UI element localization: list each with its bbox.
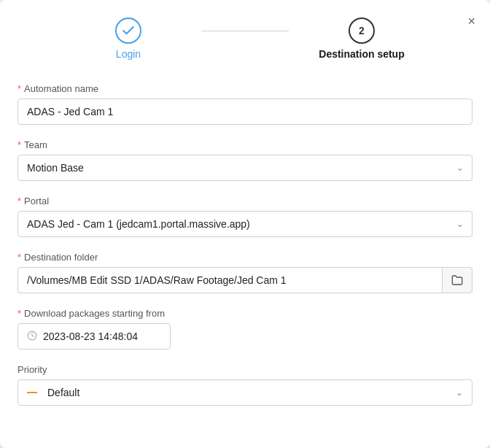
automation-name-label: * Automation name [18, 83, 472, 94]
team-select[interactable]: Motion Base [18, 155, 472, 181]
priority-display[interactable]: Default ⌄ [18, 379, 472, 406]
step-1-label: Login [116, 48, 141, 60]
close-button[interactable]: × [464, 12, 478, 31]
destination-folder-section: * Destination folder [18, 252, 472, 293]
step-2-circle: 2 [349, 18, 375, 44]
step-connector [201, 31, 289, 31]
required-star-folder: * [18, 252, 21, 263]
datetime-value: 2023-08-23 14:48:04 [43, 324, 138, 349]
folder-browse-button[interactable] [442, 267, 472, 293]
step-2-destination: 2 Destination setup [289, 18, 435, 60]
team-label: * Team [18, 139, 472, 150]
team-select-wrapper: Motion Base ⌄ [18, 155, 472, 181]
priority-label: Priority [18, 364, 472, 375]
required-star-team: * [18, 139, 21, 150]
team-section: * Team Motion Base ⌄ [18, 139, 472, 181]
step-1-circle [115, 18, 141, 44]
portal-section: * Portal ADAS Jed - Cam 1 (jedcam1.porta… [18, 196, 472, 237]
stepper: Login 2 Destination setup [18, 18, 472, 60]
destination-folder-input-wrapper [18, 267, 472, 293]
portal-select-wrapper: ADAS Jed - Cam 1 (jedcam1.portal.massive… [18, 211, 472, 237]
destination-folder-label: * Destination folder [18, 252, 472, 263]
priority-dash-icon [27, 392, 37, 393]
datetime-input-wrapper[interactable]: 2023-08-23 14:48:04 [18, 323, 171, 349]
clock-icon [27, 331, 37, 343]
required-star-portal: * [18, 196, 21, 206]
chevron-down-icon-priority: ⌄ [456, 387, 463, 398]
priority-value: Default [47, 387, 79, 398]
priority-section: Priority Default ⌄ [18, 364, 472, 406]
download-packages-label: * Download packages starting from [18, 308, 472, 319]
automation-name-input[interactable] [18, 99, 472, 125]
step-1-login: Login [55, 18, 201, 60]
priority-select-wrapper: Default ⌄ [18, 379, 472, 406]
portal-select[interactable]: ADAS Jed - Cam 1 (jedcam1.portal.massive… [18, 211, 472, 237]
destination-folder-input[interactable] [18, 267, 442, 293]
automation-name-section: * Automation name [18, 83, 472, 125]
step-2-label: Destination setup [319, 48, 404, 60]
folder-icon [451, 274, 463, 286]
download-packages-section: * Download packages starting from 2023-0… [18, 308, 472, 349]
required-star-download: * [18, 308, 21, 319]
required-star-automation: * [18, 83, 21, 94]
portal-label: * Portal [18, 196, 472, 206]
modal-container: × Login 2 Destination setup * Automation… [0, 0, 490, 448]
